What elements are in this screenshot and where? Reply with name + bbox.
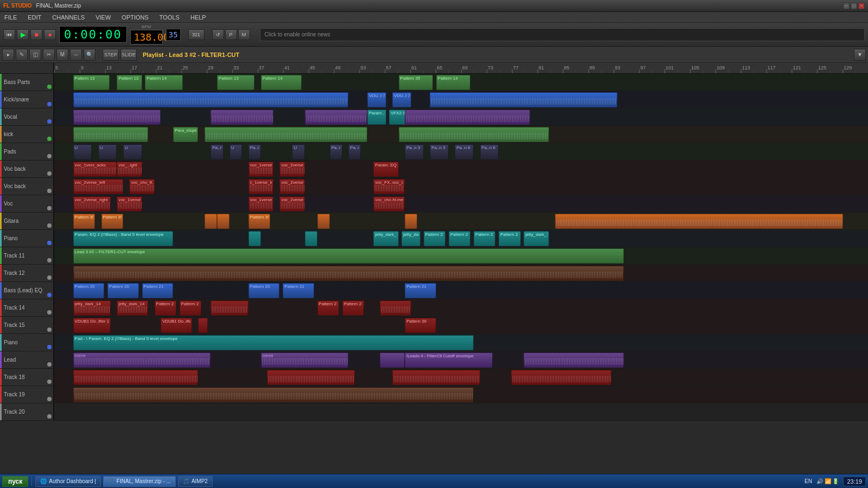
clip[interactable]: Pattern 13 [73, 75, 110, 90]
clip[interactable] [317, 214, 330, 229]
track-mute-dot[interactable] [47, 223, 52, 228]
tool-slip[interactable]: ↔ [70, 49, 82, 61]
track-label-1[interactable]: Kick/snare [0, 91, 54, 108]
close-button[interactable]: × [858, 3, 865, 9]
clip[interactable]: Pattern 2 [474, 231, 495, 246]
clip[interactable]: voc_..ight [117, 162, 142, 177]
tool-zoom[interactable]: 🔍 [84, 49, 95, 61]
clip[interactable]: Pattern 21 [283, 283, 314, 298]
track-label-15[interactable]: Piano [0, 334, 54, 351]
clip[interactable]: Pa..n 6 [210, 144, 223, 159]
track-mute-dot[interactable] [47, 85, 52, 89]
clip[interactable] [399, 127, 549, 142]
clip[interactable] [430, 92, 617, 107]
clip[interactable]: Pattern 35 [101, 214, 123, 229]
clip[interactable]: Pa..n 3 [405, 144, 424, 159]
track-label-18[interactable]: Track 19 [0, 386, 54, 403]
menu-help[interactable]: HELP [188, 13, 208, 22]
track-label-8[interactable]: Gitara [0, 213, 54, 229]
clip[interactable]: voc_1vers_acks [73, 162, 117, 177]
track-mute-dot[interactable] [47, 362, 52, 367]
track-content-6[interactable]: voc_2verse_leftvoc_cho_ft.meloc_1verse_l… [54, 178, 868, 195]
clip[interactable]: Pattern 35 [399, 75, 433, 90]
clip[interactable]: Pattern 2 [449, 231, 470, 246]
punch-btn[interactable]: P [225, 29, 237, 40]
menu-tools[interactable]: TOOLS [157, 13, 182, 22]
track-mute-dot[interactable] [47, 189, 52, 193]
track-label-10[interactable]: Track 11 [0, 247, 54, 264]
clip[interactable] [524, 352, 624, 368]
menu-file[interactable]: FILE [2, 13, 19, 22]
track-label-4[interactable]: Pads [0, 143, 54, 160]
clip[interactable]: Pattern 20 [248, 283, 280, 298]
clip[interactable]: Pattern 21 [142, 283, 174, 298]
menu-channels[interactable]: CHANNELS [50, 13, 87, 22]
track-mute-dot[interactable] [47, 310, 52, 314]
clip[interactable]: c_1verse_left [248, 179, 273, 194]
clip[interactable]: voc_2verse_right [73, 196, 111, 211]
clip[interactable]: jetty_dark_ [401, 231, 420, 246]
track-label-14[interactable]: Track 15 [0, 317, 54, 333]
clip[interactable] [210, 110, 273, 125]
maximize-button[interactable]: □ [851, 3, 857, 9]
track-mute-dot[interactable] [47, 258, 52, 262]
clip[interactable]: Pattern 2 [499, 231, 520, 246]
track-mute-dot[interactable] [47, 241, 52, 245]
track-content-10[interactable]: Lead 3 #2 – FILTER1-CUT envelope [54, 247, 868, 264]
clip[interactable]: VDU..t 75 [367, 92, 386, 107]
track-label-16[interactable]: Lead [0, 351, 54, 368]
clip[interactable] [217, 214, 229, 229]
clip[interactable] [305, 110, 367, 125]
clip[interactable]: Pattern 20 [107, 283, 139, 298]
clip[interactable]: Pattern 14 [436, 75, 470, 90]
tool-cut[interactable]: ✂ [43, 49, 55, 61]
clip[interactable]: U [292, 144, 304, 159]
clip[interactable] [555, 214, 843, 229]
clip[interactable]: voc_cho_ft.melo [129, 179, 154, 194]
clip[interactable]: Pattern 13 [117, 75, 142, 90]
clip[interactable]: Pa..n 6 [455, 144, 474, 159]
tempo-display[interactable]: 35 [166, 29, 181, 41]
track-content-13[interactable]: jetty_dark_14jetty_dark_14Pattern 2Patte… [54, 299, 868, 316]
clip[interactable]: U [123, 144, 142, 159]
rewind-button[interactable]: ⏮ [3, 29, 15, 40]
track-content-8[interactable]: Pattern 35Pattern 35Pattern 35 [54, 213, 868, 229]
clip[interactable]: Lead 3 #2 – FILTER1-CUT envelope [73, 248, 624, 264]
track-content-19[interactable] [54, 403, 868, 420]
track-label-2[interactable]: Vocal [0, 108, 54, 125]
track-label-11[interactable]: Track 12 [0, 265, 54, 281]
metro-btn[interactable]: M [238, 29, 250, 40]
clip[interactable]: U [98, 144, 117, 159]
taskbar-item-fl[interactable]: 🎵 FINAL, Mastrer.zip - ... [103, 476, 176, 487]
clip[interactable] [210, 300, 248, 316]
clip[interactable] [305, 231, 317, 246]
track-content-2[interactable]: Param...elopeVFX2 S..Par..e [54, 108, 868, 125]
track-mute-dot[interactable] [47, 414, 52, 419]
clip[interactable]: voc_2verse_left [279, 196, 304, 211]
menu-options[interactable]: OPTIONS [119, 13, 151, 22]
clip[interactable]: Pattern 35 [73, 214, 95, 229]
track-mute-dot[interactable] [47, 119, 52, 124]
clip[interactable] [380, 352, 405, 368]
clip[interactable]: VDUB1 Do..ifter 12 [73, 318, 111, 333]
track-label-6[interactable]: Voc back [0, 178, 54, 195]
clip[interactable] [205, 127, 367, 142]
track-content-12[interactable]: Pattern 20Pattern 20Pattern 21Pattern 20… [54, 282, 868, 299]
track-mute-dot[interactable] [47, 345, 52, 349]
clip[interactable]: voc_1verse_backs [248, 162, 273, 177]
clip[interactable]: voc_FX..voc_cho_ft.melo [373, 179, 405, 194]
track-label-0[interactable]: Bass Parts [0, 74, 54, 91]
track-mute-dot[interactable] [47, 206, 52, 210]
clip[interactable] [511, 370, 611, 385]
tracks-scroll[interactable]: Bass PartsPattern 13Pattern 13Pattern 14… [0, 74, 868, 474]
clip[interactable]: Pattern 2 [317, 300, 339, 316]
snap-btn[interactable]: STEP [103, 49, 119, 61]
clip[interactable]: voc_1verse_right [117, 196, 142, 211]
menu-edit[interactable]: EDIT [25, 13, 43, 22]
track-label-5[interactable]: Voc back [0, 160, 54, 177]
tool-mute[interactable]: M [56, 49, 68, 61]
track-mute-dot[interactable] [47, 275, 52, 280]
track-mute-dot[interactable] [47, 102, 52, 106]
track-content-18[interactable]: voca4voca4voca4 [54, 386, 868, 403]
record-button[interactable]: ● [44, 29, 56, 40]
